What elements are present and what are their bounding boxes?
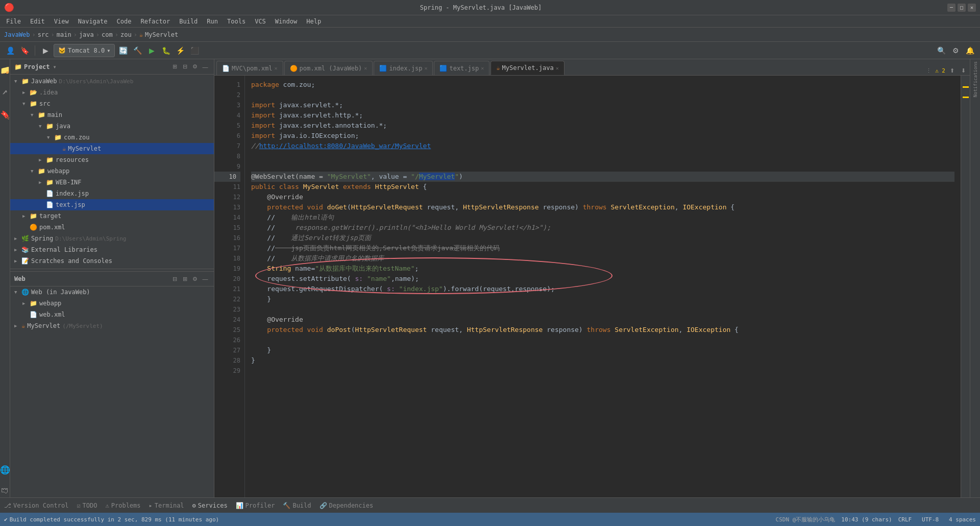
project-collapse-btn[interactable]: ⊟ [180, 62, 189, 71]
status-encoding[interactable]: CRLF UTF-8 4 spaces [898, 516, 976, 523]
code-line-4[interactable]: import javax.servlet.http.*; [251, 110, 954, 121]
project-dropdown-icon[interactable]: ▾ [53, 63, 57, 70]
tree-item-web-xml[interactable]: ▶ 📄 web.xml [10, 309, 214, 320]
code-line-18[interactable]: // 从数据库中请求用户名的数据库 [251, 253, 954, 264]
breadcrumb-java[interactable]: java [79, 31, 94, 38]
problems-btn[interactable]: ⚠ Problems [106, 502, 141, 509]
web-expand-btn[interactable]: ⊞ [180, 274, 189, 283]
tree-item-main[interactable]: ▼ 📁 main [10, 109, 214, 121]
tree-item-index-jsp[interactable]: ▶ 📄 index.jsp [10, 188, 214, 199]
editor-expand-btn[interactable]: ⬆ [947, 66, 957, 75]
tree-item-scratches[interactable]: ▶ 📝 Scratches and Consoles [10, 255, 214, 267]
tab-close-mvc[interactable]: ✕ [274, 65, 277, 71]
web-close-btn[interactable]: — [201, 274, 210, 283]
tree-item-idea[interactable]: ▶ 📂 .idea [10, 87, 214, 98]
code-line-1[interactable]: package com.zou; [251, 80, 954, 90]
close-button[interactable]: ✕ [968, 4, 976, 12]
code-line-11[interactable]: public class MyServlet extends HttpServl… [251, 182, 954, 192]
code-line-21[interactable]: request.getRequestDispatcher( s: "index.… [251, 284, 954, 294]
toolbar-refresh-btn[interactable]: 🔄 [117, 44, 129, 57]
code-line-28[interactable]: } [251, 355, 954, 366]
project-settings-btn[interactable]: ⚙ [190, 62, 200, 71]
code-line-19[interactable]: String name="从数据库中取出来的testName"; [251, 264, 954, 274]
code-line-10[interactable]: @WebServlet(name = "MyServlet", value = … [251, 172, 954, 182]
tree-item-myservlet[interactable]: ▶ ☕ MyServlet [10, 143, 214, 154]
code-line-13[interactable]: protected void doGet(HttpServletRequest … [251, 202, 954, 212]
tree-item-pom[interactable]: ▶ 🟠 pom.xml [10, 222, 214, 233]
editor-tabs-menu[interactable]: ⋮ [924, 66, 933, 75]
menu-navigate[interactable]: Navigate [74, 17, 112, 26]
project-expand-btn[interactable]: ⊞ [170, 62, 179, 71]
sidebar-project-icon[interactable]: 📁 [0, 63, 11, 78]
toolbar-build-btn[interactable]: 🔨 [131, 44, 143, 57]
menu-build[interactable]: Build [175, 17, 202, 26]
services-btn[interactable]: ⚙ Services [192, 502, 228, 509]
tree-item-javaweb[interactable]: ▼ 📁 JavaWeb D:\Users\Admin\JavaWeb [10, 76, 214, 87]
menu-file[interactable]: File [2, 17, 25, 26]
sidebar-commit-icon[interactable]: ✔ [0, 86, 11, 100]
code-line-7[interactable]: //http://localhost:8080/JavaWeb_war/MySe… [251, 141, 954, 151]
toolbar-run-btn[interactable]: ▶ [145, 44, 158, 57]
toolbar-run-config-btn[interactable]: ▶ [39, 44, 52, 57]
code-line-14[interactable]: // 输出html语句 [251, 212, 954, 223]
breadcrumb-file[interactable]: MyServlet [145, 31, 178, 38]
breadcrumb-com[interactable]: com [102, 31, 113, 38]
tree-item-src[interactable]: ▼ 📁 src [10, 98, 214, 109]
maximize-button[interactable]: □ [958, 4, 966, 12]
code-line-6[interactable]: import java.io.IOException; [251, 131, 954, 141]
status-cursor[interactable]: 10:43 (9 chars) [841, 516, 892, 523]
tree-item-com-zou[interactable]: ▼ 📁 com.zou [10, 132, 214, 143]
code-line-24[interactable]: @Override [251, 315, 954, 325]
code-line-29[interactable] [251, 366, 954, 376]
code-line-23[interactable] [251, 304, 954, 315]
dependencies-btn[interactable]: 🔗 Dependencies [320, 502, 374, 509]
tab-text-jsp[interactable]: 🟦 text.jsp ✕ [434, 61, 489, 75]
tab-pom-javaweb[interactable]: 🟠 pom.xml (JavaWeb) ✕ [284, 61, 373, 75]
code-line-8[interactable] [251, 151, 954, 161]
toolbar-notifications-btn[interactable]: 🔔 [964, 44, 976, 57]
code-line-26[interactable] [251, 335, 954, 345]
tab-close-myservlet[interactable]: ✕ [556, 65, 559, 71]
tree-item-web-myservlet[interactable]: ▶ ☕ MyServlet (/MyServlet) [10, 320, 214, 331]
tree-item-target[interactable]: ▶ 📁 target [10, 210, 214, 222]
code-line-15[interactable]: // response.getWriter().println("<h1>Hel… [251, 223, 954, 233]
breadcrumb-main[interactable]: main [57, 31, 71, 38]
toolbar-bookmark-btn[interactable]: 🔖 [18, 44, 31, 57]
code-line-9[interactable] [251, 161, 954, 172]
tab-index-jsp[interactable]: 🟦 index.jsp ✕ [374, 61, 433, 75]
breadcrumb-zou[interactable]: zou [120, 31, 132, 38]
tree-item-text-jsp[interactable]: ▶ 📄 text.jsp [10, 199, 214, 210]
tree-item-web-webapp[interactable]: ▶ 📁 webapp [10, 298, 214, 309]
menu-help[interactable]: Help [302, 17, 325, 26]
menu-edit[interactable]: Edit [26, 17, 49, 26]
project-close-btn[interactable]: — [201, 62, 210, 71]
code-line-2[interactable] [251, 90, 954, 100]
tab-close-index[interactable]: ✕ [424, 65, 427, 71]
menu-code[interactable]: Code [113, 17, 136, 26]
tree-item-resources[interactable]: ▶ 📁 resources [10, 154, 214, 165]
web-collapse-btn[interactable]: ⊟ [170, 274, 179, 283]
toolbar-search-btn[interactable]: 🔍 [935, 44, 947, 57]
sidebar-bookmark-icon[interactable]: 🔖 [0, 108, 11, 122]
minimize-button[interactable]: ─ [947, 4, 955, 12]
menu-window[interactable]: Window [271, 17, 301, 26]
tab-close-text[interactable]: ✕ [481, 65, 484, 71]
tomcat-selector[interactable]: 🐱 Tomcat 8.0 ▾ [54, 44, 115, 57]
tree-item-java[interactable]: ▼ 📁 java [10, 121, 214, 132]
menu-refactor[interactable]: Refactor [136, 17, 174, 26]
editor-collapse-btn[interactable]: ⬇ [959, 66, 968, 75]
code-line-17[interactable]: // jsp页面负责html网页相关的,Servlet负责请求java逻辑相关的… [251, 243, 954, 253]
toolbar-stop-btn[interactable]: ⬛ [188, 44, 201, 57]
tab-mvc-pom[interactable]: 📄 MVC\pom.xml ✕ [216, 61, 283, 75]
todo-btn[interactable]: ☑ TODO [77, 502, 97, 509]
terminal-btn[interactable]: ▸ Terminal [149, 502, 184, 509]
code-line-20[interactable]: request.setAttribute( s: "name",name); [251, 274, 954, 284]
tree-item-webinf[interactable]: ▶ 📁 WEB-INF [10, 177, 214, 188]
sidebar-web-icon[interactable]: 🌐 [0, 463, 11, 477]
tree-item-web-javaweb[interactable]: ▼ 🌐 Web (in JavaWeb) [10, 286, 214, 298]
sidebar-structure-icon[interactable]: 🗂 [0, 485, 11, 497]
menu-tools[interactable]: Tools [223, 17, 250, 26]
toolbar-settings-btn[interactable]: ⚙ [949, 44, 962, 57]
version-control-btn[interactable]: ⎇ Version Control [4, 502, 68, 509]
build-btn[interactable]: 🔨 Build [283, 502, 311, 509]
